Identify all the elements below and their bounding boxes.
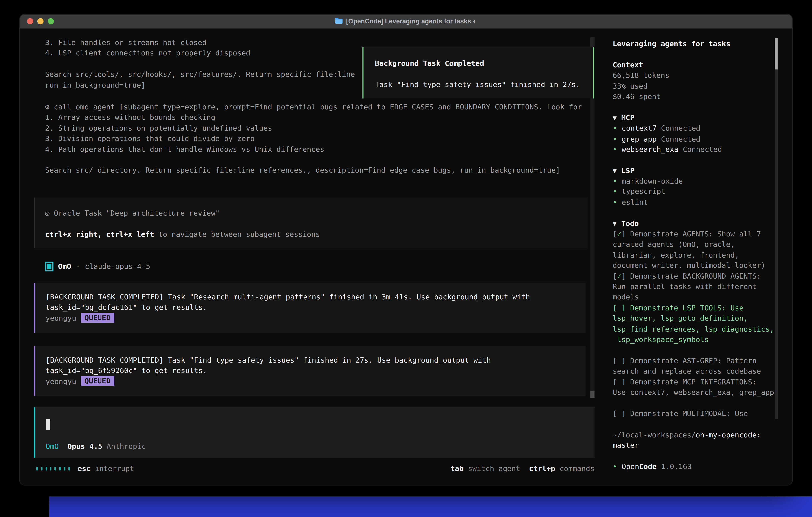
task-result-line1: [BACKGROUND TASK COMPLETED] Task "Find t… bbox=[46, 355, 586, 365]
oracle-hint-line: ctrl+x right, ctrl+x left to navigate be… bbox=[45, 229, 588, 240]
input-provider-name: Anthropic bbox=[107, 441, 146, 452]
todo-text: Demonstrate BACKGROUND AGENTS: Run paral… bbox=[613, 272, 761, 301]
todo-item: [✓] Demonstrate AGENTS: Show all 7 curat… bbox=[613, 228, 779, 271]
version-row: •OpenCode 1.0.163 bbox=[613, 461, 779, 472]
session-title: Leveraging agents for tasks bbox=[613, 38, 779, 49]
text-cursor bbox=[46, 419, 50, 430]
spacer bbox=[520, 464, 529, 472]
todo-section: ▼Todo [✓] Demonstrate AGENTS: Show all 7… bbox=[613, 218, 779, 419]
checkbox-bracket: ] bbox=[621, 409, 630, 417]
context-spent: $0.46 spent bbox=[613, 91, 779, 102]
esc-key-hint: esc bbox=[78, 464, 91, 472]
opencode-terminal-window: [OpenCode] Leveraging agents for tasks ◐… bbox=[20, 15, 792, 485]
mcp-status: Connected bbox=[678, 145, 722, 153]
activity-spinner-dots bbox=[36, 467, 69, 470]
tool-call-line: 2. String operations on potentially unde… bbox=[45, 123, 594, 133]
checkbox-empty bbox=[617, 356, 621, 365]
task-result-line2: task_id="bg_6f59260c" to get results. bbox=[46, 365, 586, 376]
tool-call-line: Search src/ directory. Return specific f… bbox=[45, 165, 594, 175]
hint-text: to navigate between subagent sessions bbox=[154, 230, 320, 238]
checkbox-bracket: [ bbox=[613, 356, 617, 365]
status-bar: esc interrupt tab switch agent ctrl+p co… bbox=[36, 463, 594, 473]
window-titlebar[interactable]: [OpenCode] Leveraging agents for tasks ◐ bbox=[20, 15, 792, 29]
session-sidebar: Leveraging agents for tasks Context 66,5… bbox=[605, 28, 792, 485]
folder-icon bbox=[335, 18, 343, 25]
status-right: tab switch agent ctrl+p commands bbox=[451, 464, 594, 472]
input-model-name[interactable]: Opus 4.5 bbox=[67, 441, 102, 452]
tool-call-block: ⚙ call_omo_agent [subagent_type=explore,… bbox=[45, 102, 594, 175]
todo-item: [ ] Demonstrate LSP TOOLS: Use lsp_hover… bbox=[613, 302, 779, 345]
tool-call-line: 3. Division operations that could divide… bbox=[45, 133, 594, 144]
username: yeongyu bbox=[46, 314, 76, 322]
checkbox-bracket: ] bbox=[621, 272, 630, 280]
mcp-item: •grep_app Connected bbox=[613, 133, 779, 144]
sidebar-scrollbar-track[interactable] bbox=[775, 38, 778, 419]
checkbox-bracket: [ bbox=[613, 229, 617, 238]
checkbox-bracket: [ bbox=[613, 409, 617, 417]
window-title-area: [OpenCode] Leveraging agents for tasks ◐ bbox=[20, 18, 792, 25]
context-tokens: 66,518 tokens bbox=[613, 70, 779, 81]
todo-text: Demonstrate AST-GREP: Pattern search and… bbox=[613, 356, 761, 375]
mcp-name: websearch_exa bbox=[621, 145, 678, 153]
workspace-info: ~/local-workspaces/oh-my-opencode: maste… bbox=[613, 430, 779, 451]
ctrlp-key-hint: ctrl+p bbox=[529, 464, 555, 472]
background-window-strip bbox=[49, 496, 812, 517]
main-scrollbar-thumb[interactable] bbox=[590, 391, 594, 398]
output-line: 4. LSP client connections not properly d… bbox=[45, 48, 376, 58]
bullet-icon: • bbox=[613, 198, 617, 206]
tool-call-line: 1. Array access without bounds checking bbox=[45, 112, 594, 123]
task-result-meta: yeongyu QUEUED bbox=[46, 313, 586, 324]
checkmark-icon: ✓ bbox=[617, 272, 621, 280]
bullet-icon: • bbox=[613, 124, 617, 132]
sidebar-scrollbar-thumb[interactable] bbox=[775, 38, 778, 70]
input-meta-row: OmO Opus 4.5 Anthropic bbox=[46, 441, 146, 452]
mcp-heading: MCP bbox=[621, 113, 634, 121]
mcp-heading-row[interactable]: ▼MCP bbox=[613, 112, 779, 123]
checkbox-bracket: ] bbox=[621, 303, 630, 312]
checkbox-bracket: ] bbox=[621, 229, 630, 238]
checkbox-bracket: ] bbox=[621, 378, 630, 386]
agent-model: claude-opus-4-5 bbox=[85, 262, 150, 270]
task-result-line1: [BACKGROUND TASK COMPLETED] Task "Resear… bbox=[46, 292, 586, 302]
esc-key-label: interrupt bbox=[90, 464, 134, 472]
collapse-triangle-icon: ▼ bbox=[613, 220, 617, 226]
bullet-icon: • bbox=[613, 462, 617, 470]
collapse-triangle-icon: ▼ bbox=[613, 115, 617, 121]
lsp-name: markdown-oxide bbox=[621, 177, 683, 185]
todo-heading-row[interactable]: ▼Todo bbox=[613, 218, 779, 228]
todo-heading: Todo bbox=[621, 219, 639, 227]
todo-item: [✓] Demonstrate BACKGROUND AGENTS: Run p… bbox=[613, 271, 779, 303]
bullet-icon: • bbox=[613, 145, 617, 153]
workspace-repo: oh-my-opencode: bbox=[696, 430, 761, 439]
oracle-task-title-line: ◎ Oracle Task "Deep architecture review" bbox=[45, 208, 588, 218]
mcp-name: context7 bbox=[621, 124, 657, 132]
bullet-icon: • bbox=[613, 177, 617, 185]
output-line: Search src/tools/, src/hooks/, src/featu… bbox=[45, 69, 376, 80]
toast-title: Background Task Completed bbox=[375, 58, 593, 69]
checkbox-bracket: ] bbox=[621, 356, 630, 365]
checkbox-empty bbox=[617, 409, 621, 417]
lsp-heading: LSP bbox=[621, 166, 634, 174]
window-title: [OpenCode] Leveraging agents for tasks ◐ bbox=[346, 18, 477, 25]
tab-key-hint: tab bbox=[451, 464, 464, 472]
todo-text: Demonstrate MULTIMODAL: Use bbox=[630, 409, 748, 417]
checkmark-icon: ✓ bbox=[617, 229, 621, 238]
context-heading: Context bbox=[613, 59, 779, 70]
mcp-item: •context7 Connected bbox=[613, 123, 779, 134]
todo-item: [ ] Demonstrate MULTIMODAL: Use bbox=[613, 408, 779, 419]
background-task-toast: Background Task Completed Task "Find typ… bbox=[362, 47, 594, 99]
task-result-meta: yeongyu QUEUED bbox=[46, 376, 586, 387]
collapse-triangle-icon: ▼ bbox=[613, 168, 617, 173]
agent-header: OmO · claude-opus-4-5 bbox=[45, 261, 150, 272]
output-line bbox=[45, 58, 376, 69]
todo-text: Demonstrate MCP INTEGRATIONS: Use contex… bbox=[613, 378, 774, 397]
toast-body: Task "Find type safety issues" finished … bbox=[375, 80, 593, 90]
separator-dot: · bbox=[76, 262, 80, 270]
lsp-heading-row[interactable]: ▼LSP bbox=[613, 165, 779, 176]
checkbox-bracket: [ bbox=[613, 272, 617, 280]
prompt-input[interactable]: OmO Opus 4.5 Anthropic bbox=[34, 407, 594, 458]
desktop: [OpenCode] Leveraging agents for tasks ◐… bbox=[0, 0, 812, 517]
task-result-line2: task_id="bg_dcfac161" to get results. bbox=[46, 302, 586, 313]
workspace-path-prefix: ~/local-workspaces/ bbox=[613, 430, 696, 439]
bullet-icon: • bbox=[613, 187, 617, 195]
